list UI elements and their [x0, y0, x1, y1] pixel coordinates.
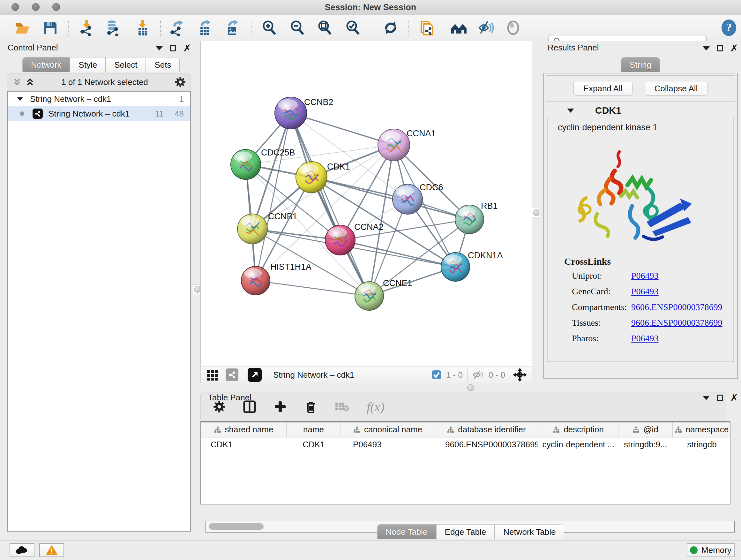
- column-header-shared-name[interactable]: shared name: [201, 422, 286, 437]
- close-panel-icon[interactable]: ✗: [730, 45, 738, 51]
- network-node-CCNB2[interactable]: [275, 97, 307, 129]
- tab-select[interactable]: Select: [106, 57, 146, 72]
- tab-node-table[interactable]: Node Table: [377, 524, 436, 539]
- table-cell[interactable]: stringdb:9...: [618, 440, 673, 449]
- column-header-name[interactable]: name: [286, 422, 341, 437]
- crosslink-value-link[interactable]: 9606.ENSP00000378699: [631, 302, 722, 312]
- results-panel: Results Panel ✗ String Expand All Collap…: [539, 41, 741, 383]
- column-header-canonical-name[interactable]: canonical name: [341, 422, 435, 437]
- section-expander-icon[interactable]: [567, 109, 574, 113]
- zoom-selected-icon[interactable]: [344, 19, 362, 37]
- open-session-icon[interactable]: [13, 19, 31, 37]
- toolbar-separator: [408, 20, 409, 36]
- network-node-CDK1[interactable]: [296, 162, 327, 193]
- collapse-all-icon[interactable]: [12, 77, 22, 87]
- node-table: shared namenamecanonical namedatabase id…: [200, 422, 731, 504]
- network-node-RB1[interactable]: [455, 205, 484, 234]
- crosslink-value-link[interactable]: P06493: [631, 287, 659, 297]
- import-network-icon[interactable]: [78, 19, 96, 37]
- zoom-fit-icon[interactable]: [316, 19, 334, 37]
- float-panel-icon[interactable]: [170, 45, 176, 51]
- grayed-eye-icon[interactable]: [504, 19, 522, 37]
- network-edge-CDK1-RB1[interactable]: [312, 177, 469, 219]
- network-tree-root-row[interactable]: String Network – cdk1 1: [8, 91, 190, 106]
- panel-menu-icon[interactable]: [156, 46, 163, 51]
- string-home-icon[interactable]: [450, 19, 468, 37]
- results-button-row: Expand All Collapse All: [546, 75, 735, 102]
- network-view-toolbar: String Network – cdk1 1 - 0 0 - 0: [200, 367, 532, 383]
- export-table-icon[interactable]: [196, 19, 214, 37]
- tab-sets[interactable]: Sets: [146, 57, 180, 72]
- crosslink-value-link[interactable]: 9606.ENSP00000378699: [631, 318, 722, 328]
- crosslink-value-link[interactable]: P06493: [631, 333, 659, 344]
- network-canvas[interactable]: CCNB2CCNA1CDC25BCDK1CDC6RB1CCNB1CCNA2CDK…: [200, 41, 532, 367]
- save-session-icon[interactable]: [42, 19, 59, 37]
- gene-section-header[interactable]: CDK1: [547, 103, 734, 118]
- horizontal-splitter-handle[interactable]: [467, 384, 474, 391]
- clone-network-icon[interactable]: [418, 19, 436, 37]
- open-in-window-icon[interactable]: [248, 368, 262, 382]
- network-edge-CCNA2-CDKN1A[interactable]: [340, 240, 455, 267]
- zoom-in-icon[interactable]: [260, 19, 278, 37]
- table-cell[interactable]: CDK1: [201, 440, 286, 449]
- create-column-icon[interactable]: [273, 400, 287, 414]
- tab-network[interactable]: Network: [22, 57, 70, 72]
- export-image-icon[interactable]: [223, 19, 241, 37]
- import-network-from-database-icon[interactable]: [104, 19, 122, 37]
- memory-button[interactable]: Memory: [687, 543, 735, 557]
- panel-menu-icon[interactable]: [703, 46, 710, 51]
- collapse-all-button[interactable]: Collapse All: [645, 81, 708, 96]
- network-tree-item-row[interactable]: String Network – cdk1 11 48: [8, 106, 190, 121]
- warnings-button[interactable]: [39, 543, 64, 557]
- column-tree-icon: [553, 426, 560, 433]
- column-header-description[interactable]: description: [538, 422, 618, 437]
- column-header-database-identifier[interactable]: database identifier: [435, 422, 538, 437]
- show-hide-icon[interactable]: [477, 19, 495, 37]
- tab-string[interactable]: String: [621, 57, 660, 72]
- network-node-HIST1H1A[interactable]: [241, 266, 270, 295]
- horizontal-splitter[interactable]: [200, 383, 741, 392]
- crosslink-value-link[interactable]: P06493: [631, 271, 659, 281]
- pan-crosshair-icon[interactable]: [513, 368, 527, 382]
- selected-checkbox-icon[interactable]: [431, 370, 442, 380]
- close-panel-icon[interactable]: ✗: [730, 395, 738, 401]
- network-node-CCNB1[interactable]: [238, 214, 267, 244]
- expand-all-button[interactable]: Expand All: [574, 81, 632, 96]
- tab-style[interactable]: Style: [70, 57, 106, 72]
- network-node-CDC6[interactable]: [393, 184, 422, 214]
- birds-eye-grid-icon[interactable]: [206, 369, 219, 381]
- column-header-@id[interactable]: @id: [618, 422, 673, 437]
- network-node-CCNA2[interactable]: [325, 225, 355, 255]
- options-gear-icon[interactable]: [175, 76, 186, 88]
- table-cell[interactable]: P06493: [341, 440, 435, 449]
- export-network-icon[interactable]: [169, 19, 187, 37]
- tab-network-table[interactable]: Network Table: [495, 524, 564, 539]
- network-node-CDKN1A[interactable]: [441, 253, 470, 281]
- cloud-status-button[interactable]: [10, 543, 35, 557]
- network-edge-HIST1H1A-CCNE1[interactable]: [256, 281, 369, 296]
- zoom-out-icon[interactable]: [288, 19, 307, 37]
- expand-all-icon[interactable]: [25, 77, 35, 87]
- close-panel-icon[interactable]: ✗: [183, 45, 191, 51]
- help-icon[interactable]: ?: [720, 19, 738, 37]
- import-table-icon[interactable]: [133, 19, 151, 37]
- network-node-CCNE1[interactable]: [355, 282, 384, 310]
- column-header-namespace[interactable]: namespace: [673, 422, 731, 437]
- delete-column-icon[interactable]: [304, 400, 318, 414]
- table-toolbar: f(x): [200, 392, 726, 422]
- table-cell[interactable]: CDK1: [286, 440, 341, 449]
- panel-menu-icon[interactable]: [703, 396, 710, 400]
- refresh-icon[interactable]: [382, 19, 400, 37]
- table-cell[interactable]: cyclin-dependent ...: [538, 440, 618, 449]
- network-node-CDC25B[interactable]: [231, 149, 261, 179]
- tree-expander-icon[interactable]: [17, 98, 23, 101]
- float-panel-icon[interactable]: [717, 395, 723, 401]
- network-node-CCNA1[interactable]: [378, 129, 410, 161]
- table-row[interactable]: CDK1CDK1P064939606.ENSP00000378699cyclin…: [201, 437, 730, 451]
- tab-edge-table[interactable]: Edge Table: [436, 524, 495, 539]
- table-cell[interactable]: stringdb: [673, 440, 731, 449]
- network-share-icon[interactable]: [226, 368, 239, 381]
- hidden-eye-icon[interactable]: [472, 370, 485, 380]
- float-panel-icon[interactable]: [717, 45, 723, 51]
- table-cell[interactable]: 9606.ENSP00000378699: [435, 440, 538, 449]
